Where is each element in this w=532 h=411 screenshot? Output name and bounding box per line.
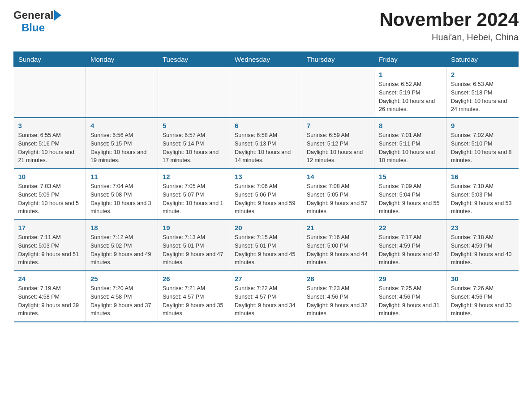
day-number: 30 [451, 275, 514, 283]
day-cell: 19Sunrise: 7:13 AM Sunset: 5:01 PM Dayli… [158, 220, 230, 271]
day-number: 5 [163, 122, 225, 129]
page-subtitle: Huai'an, Hebei, China [379, 32, 519, 43]
day-info: Sunrise: 7:03 AM Sunset: 5:09 PM Dayligh… [18, 182, 82, 216]
day-cell: 9Sunrise: 7:02 AM Sunset: 5:10 PM Daylig… [446, 118, 519, 169]
header-cell-friday: Friday [374, 52, 446, 67]
day-cell: 30Sunrise: 7:26 AM Sunset: 4:56 PM Dayli… [446, 271, 519, 322]
day-cell: 11Sunrise: 7:04 AM Sunset: 5:08 PM Dayli… [86, 169, 158, 220]
day-cell: 2Sunrise: 6:53 AM Sunset: 5:18 PM Daylig… [446, 67, 519, 118]
page-header: General Blue November 2024 Huai'an, Hebe… [13, 9, 519, 43]
day-number: 4 [90, 122, 153, 129]
day-cell: 5Sunrise: 6:57 AM Sunset: 5:14 PM Daylig… [158, 118, 230, 169]
day-number: 17 [18, 224, 82, 231]
day-info: Sunrise: 6:56 AM Sunset: 5:15 PM Dayligh… [90, 131, 153, 165]
day-cell: 7Sunrise: 6:59 AM Sunset: 5:12 PM Daylig… [302, 118, 374, 169]
day-cell: 24Sunrise: 7:19 AM Sunset: 4:58 PM Dayli… [14, 271, 86, 322]
day-cell: 27Sunrise: 7:22 AM Sunset: 4:57 PM Dayli… [230, 271, 302, 322]
day-info: Sunrise: 6:59 AM Sunset: 5:12 PM Dayligh… [307, 131, 369, 165]
day-cell: 6Sunrise: 6:58 AM Sunset: 5:13 PM Daylig… [230, 118, 302, 169]
day-info: Sunrise: 7:17 AM Sunset: 4:59 PM Dayligh… [379, 233, 442, 267]
day-info: Sunrise: 7:05 AM Sunset: 5:07 PM Dayligh… [163, 182, 225, 216]
day-number: 25 [90, 275, 153, 283]
day-number: 2 [451, 71, 514, 78]
day-info: Sunrise: 7:20 AM Sunset: 4:58 PM Dayligh… [90, 284, 153, 318]
day-number: 21 [307, 224, 369, 231]
day-info: Sunrise: 6:52 AM Sunset: 5:19 PM Dayligh… [379, 80, 442, 114]
day-info: Sunrise: 7:01 AM Sunset: 5:11 PM Dayligh… [379, 131, 442, 165]
day-info: Sunrise: 7:19 AM Sunset: 4:58 PM Dayligh… [18, 284, 82, 318]
day-number: 9 [451, 122, 514, 129]
day-cell: 23Sunrise: 7:18 AM Sunset: 4:59 PM Dayli… [446, 220, 519, 271]
day-number: 29 [379, 275, 442, 283]
day-number: 14 [307, 173, 369, 180]
day-info: Sunrise: 7:04 AM Sunset: 5:08 PM Dayligh… [90, 182, 153, 216]
day-number: 15 [379, 173, 442, 180]
day-cell: 12Sunrise: 7:05 AM Sunset: 5:07 PM Dayli… [158, 169, 230, 220]
day-info: Sunrise: 7:02 AM Sunset: 5:10 PM Dayligh… [451, 131, 514, 165]
day-cell: 18Sunrise: 7:12 AM Sunset: 5:02 PM Dayli… [86, 220, 158, 271]
day-number: 19 [163, 224, 225, 231]
logo: General Blue [13, 9, 61, 34]
day-number: 16 [451, 173, 514, 180]
day-number: 20 [235, 224, 297, 231]
day-info: Sunrise: 6:58 AM Sunset: 5:13 PM Dayligh… [235, 131, 297, 165]
day-cell: 16Sunrise: 7:10 AM Sunset: 5:03 PM Dayli… [446, 169, 519, 220]
week-row-3: 10Sunrise: 7:03 AM Sunset: 5:09 PM Dayli… [14, 169, 519, 220]
day-cell [230, 67, 302, 118]
day-cell: 29Sunrise: 7:25 AM Sunset: 4:56 PM Dayli… [374, 271, 446, 322]
day-info: Sunrise: 7:12 AM Sunset: 5:02 PM Dayligh… [90, 233, 153, 267]
header-cell-sunday: Sunday [14, 52, 86, 67]
day-info: Sunrise: 7:21 AM Sunset: 4:57 PM Dayligh… [163, 284, 225, 318]
day-number: 12 [163, 173, 225, 180]
week-row-5: 24Sunrise: 7:19 AM Sunset: 4:58 PM Dayli… [14, 271, 519, 322]
day-info: Sunrise: 7:16 AM Sunset: 5:00 PM Dayligh… [307, 233, 369, 267]
day-info: Sunrise: 6:57 AM Sunset: 5:14 PM Dayligh… [163, 131, 225, 165]
day-number: 11 [90, 173, 153, 180]
day-cell [14, 67, 86, 118]
day-cell: 14Sunrise: 7:08 AM Sunset: 5:05 PM Dayli… [302, 169, 374, 220]
day-number: 27 [235, 275, 297, 283]
day-info: Sunrise: 7:11 AM Sunset: 5:03 PM Dayligh… [18, 233, 82, 267]
week-row-4: 17Sunrise: 7:11 AM Sunset: 5:03 PM Dayli… [14, 220, 519, 271]
day-cell: 20Sunrise: 7:15 AM Sunset: 5:01 PM Dayli… [230, 220, 302, 271]
day-info: Sunrise: 7:08 AM Sunset: 5:05 PM Dayligh… [307, 182, 369, 216]
day-info: Sunrise: 7:22 AM Sunset: 4:57 PM Dayligh… [235, 284, 297, 318]
week-row-2: 3Sunrise: 6:55 AM Sunset: 5:16 PM Daylig… [14, 118, 519, 169]
day-number: 23 [451, 224, 514, 231]
header-cell-thursday: Thursday [302, 52, 374, 67]
week-row-1: 1Sunrise: 6:52 AM Sunset: 5:19 PM Daylig… [14, 67, 519, 118]
day-cell: 22Sunrise: 7:17 AM Sunset: 4:59 PM Dayli… [374, 220, 446, 271]
day-cell [86, 67, 158, 118]
day-cell: 25Sunrise: 7:20 AM Sunset: 4:58 PM Dayli… [86, 271, 158, 322]
day-number: 8 [379, 122, 442, 129]
day-cell: 13Sunrise: 7:06 AM Sunset: 5:06 PM Dayli… [230, 169, 302, 220]
day-info: Sunrise: 7:09 AM Sunset: 5:04 PM Dayligh… [379, 182, 442, 216]
day-cell [302, 67, 374, 118]
day-info: Sunrise: 7:13 AM Sunset: 5:01 PM Dayligh… [163, 233, 225, 267]
day-cell: 4Sunrise: 6:56 AM Sunset: 5:15 PM Daylig… [86, 118, 158, 169]
day-cell: 26Sunrise: 7:21 AM Sunset: 4:57 PM Dayli… [158, 271, 230, 322]
title-area: November 2024 Huai'an, Hebei, China [379, 9, 519, 43]
day-number: 7 [307, 122, 369, 129]
day-info: Sunrise: 7:06 AM Sunset: 5:06 PM Dayligh… [235, 182, 297, 216]
header-cell-wednesday: Wednesday [230, 52, 302, 67]
day-info: Sunrise: 7:25 AM Sunset: 4:56 PM Dayligh… [379, 284, 442, 318]
logo-arrow-icon [54, 10, 61, 21]
day-info: Sunrise: 7:23 AM Sunset: 4:56 PM Dayligh… [307, 284, 369, 318]
header-row: SundayMondayTuesdayWednesdayThursdayFrid… [14, 52, 519, 67]
day-cell: 17Sunrise: 7:11 AM Sunset: 5:03 PM Dayli… [14, 220, 86, 271]
day-number: 10 [18, 173, 82, 180]
header-cell-monday: Monday [86, 52, 158, 67]
day-number: 22 [379, 224, 442, 231]
day-cell: 21Sunrise: 7:16 AM Sunset: 5:00 PM Dayli… [302, 220, 374, 271]
day-info: Sunrise: 7:10 AM Sunset: 5:03 PM Dayligh… [451, 182, 514, 216]
day-number: 26 [163, 275, 225, 283]
header-cell-tuesday: Tuesday [158, 52, 230, 67]
day-cell: 8Sunrise: 7:01 AM Sunset: 5:11 PM Daylig… [374, 118, 446, 169]
day-number: 18 [90, 224, 153, 231]
day-cell: 1Sunrise: 6:52 AM Sunset: 5:19 PM Daylig… [374, 67, 446, 118]
day-cell: 15Sunrise: 7:09 AM Sunset: 5:04 PM Dayli… [374, 169, 446, 220]
day-info: Sunrise: 6:55 AM Sunset: 5:16 PM Dayligh… [18, 131, 82, 165]
logo-blue-text: Blue [21, 21, 45, 34]
day-number: 28 [307, 275, 369, 283]
